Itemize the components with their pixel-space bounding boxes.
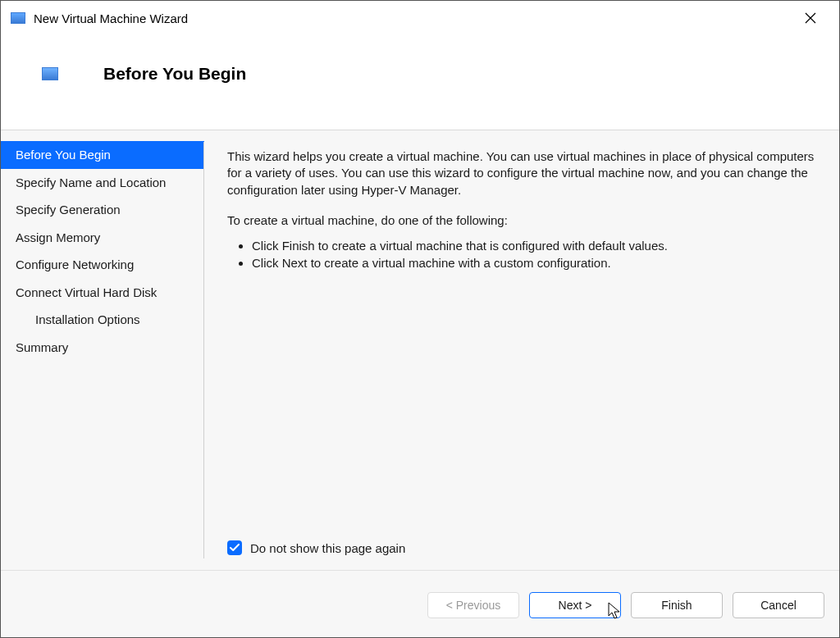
do-not-show-label: Do not show this page again [250,541,405,555]
wizard-footer: < Previous Next > Finish Cancel [1,570,839,638]
check-icon [230,544,240,552]
sidebar-step-4[interactable]: Configure Networking [1,251,204,279]
sidebar-step-5[interactable]: Connect Virtual Hard Disk [1,279,204,307]
intro-paragraph: This wizard helps you create a virtual m… [227,148,815,198]
instruction-item-0: Click Finish to create a virtual machine… [252,237,815,254]
finish-button[interactable]: Finish [631,592,723,618]
instruction-item-1: Click Next to create a virtual machine w… [252,254,815,271]
wizard-header: Before You Begin [1,35,839,130]
app-icon [11,12,25,24]
next-button[interactable]: Next > [529,592,621,618]
wizard-content: This wizard helps you create a virtual m… [204,130,839,570]
do-not-show-row[interactable]: Do not show this page again [227,540,815,558]
wizard-steps-sidebar: Before You BeginSpecify Name and Locatio… [1,130,204,570]
sidebar-step-2[interactable]: Specify Generation [1,196,204,224]
title-bar: New Virtual Machine Wizard [1,1,839,35]
wizard-body: Before You BeginSpecify Name and Locatio… [1,130,839,570]
wizard-icon [42,67,58,80]
sidebar-step-6[interactable]: Installation Options [1,306,204,334]
previous-button: < Previous [427,592,519,618]
sidebar-step-3[interactable]: Assign Memory [1,224,204,252]
lead-paragraph: To create a virtual machine, do one of t… [227,213,815,227]
instruction-list: Click Finish to create a virtual machine… [252,237,815,271]
sidebar-step-0[interactable]: Before You Begin [1,141,204,169]
page-title: Before You Begin [103,64,246,84]
close-icon [805,12,816,24]
window-title: New Virtual Machine Wizard [34,11,188,25]
sidebar-step-7[interactable]: Summary [1,334,204,362]
close-button[interactable] [792,5,829,31]
cancel-button[interactable]: Cancel [733,592,824,618]
sidebar-step-1[interactable]: Specify Name and Location [1,169,204,197]
do-not-show-checkbox[interactable] [227,540,242,555]
